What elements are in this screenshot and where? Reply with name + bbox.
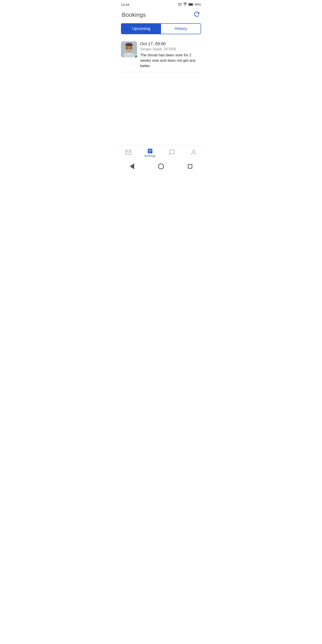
svg-point-26 (193, 150, 195, 152)
battery-icon (188, 3, 194, 6)
nav-label-bookings: Bookings (145, 154, 156, 158)
person-icon (190, 149, 197, 156)
booking-item[interactable]: Oct 17, 09:00 Sergey Saadi, D07606 The t… (121, 38, 201, 72)
alarm-icon (178, 2, 182, 6)
recents-square-icon (188, 164, 192, 168)
svg-rect-11 (126, 44, 132, 46)
home-circle-icon (158, 164, 164, 169)
svg-point-21 (149, 151, 149, 152)
back-button[interactable] (127, 162, 137, 171)
home-button[interactable] (156, 162, 166, 171)
svg-point-23 (151, 151, 152, 152)
system-nav (118, 159, 204, 174)
svg-point-24 (149, 152, 149, 153)
booking-datetime: Oct 17, 09:00 (140, 41, 201, 46)
wifi-icon (183, 2, 187, 6)
chat-icon (169, 149, 175, 156)
nav-item-chat[interactable] (165, 149, 179, 156)
mail-icon (125, 149, 132, 156)
svg-rect-2 (193, 4, 194, 5)
bottom-nav: Bookings (118, 145, 204, 159)
booking-details: Oct 17, 09:00 Sergey Saadi, D07606 The t… (140, 41, 201, 68)
refresh-button[interactable] (194, 11, 200, 19)
tab-history[interactable]: History (161, 24, 200, 34)
calendar-icon (147, 148, 153, 154)
recents-button[interactable] (185, 162, 195, 171)
header: Bookings (118, 8, 204, 22)
status-time: 13:44 (121, 3, 130, 6)
svg-point-16 (130, 48, 132, 48)
tab-container: Upcoming History (121, 23, 201, 34)
avatar-container (121, 41, 137, 58)
svg-point-25 (150, 152, 150, 153)
svg-rect-3 (189, 4, 192, 5)
back-triangle-icon (130, 164, 134, 169)
svg-point-22 (150, 151, 150, 152)
page-title: Bookings (122, 12, 146, 18)
nav-item-profile[interactable] (187, 149, 200, 156)
booking-patient: Sergey Saadi, D07606 (140, 47, 201, 51)
nav-item-mail[interactable] (122, 149, 135, 156)
status-icons: 96% (178, 2, 201, 6)
status-bar: 13:44 96% (118, 0, 204, 8)
booking-note: The throat has been sore for 2 weeks now… (140, 52, 201, 68)
online-status-indicator (134, 54, 138, 58)
nav-item-bookings[interactable]: Bookings (143, 148, 157, 158)
tab-upcoming[interactable]: Upcoming (122, 24, 161, 34)
booking-list: Oct 17, 09:00 Sergey Saadi, D07606 The t… (118, 38, 204, 145)
battery-percentage: 96% (195, 3, 201, 6)
svg-point-15 (126, 48, 128, 48)
